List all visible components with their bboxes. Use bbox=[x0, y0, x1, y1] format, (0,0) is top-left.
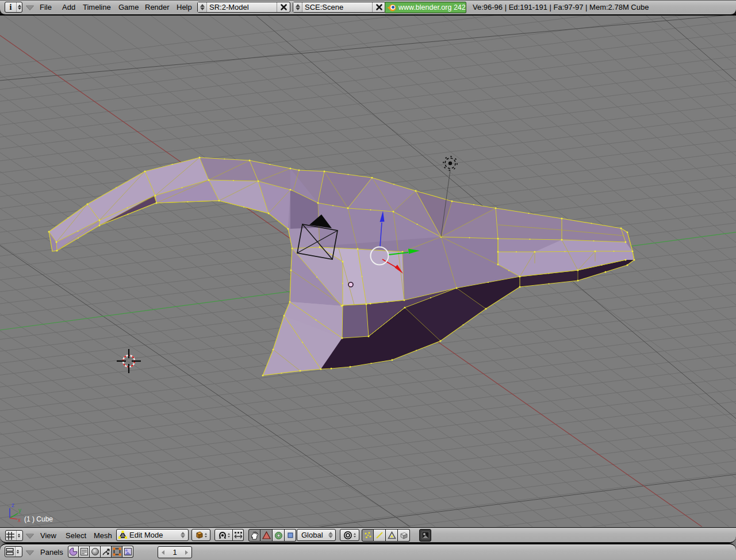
svg-text:y: y bbox=[18, 507, 21, 513]
svg-text:z: z bbox=[12, 502, 14, 508]
svg-text:x: x bbox=[18, 517, 21, 523]
svg-text:(1 ) Cube: (1 ) Cube bbox=[24, 515, 53, 523]
